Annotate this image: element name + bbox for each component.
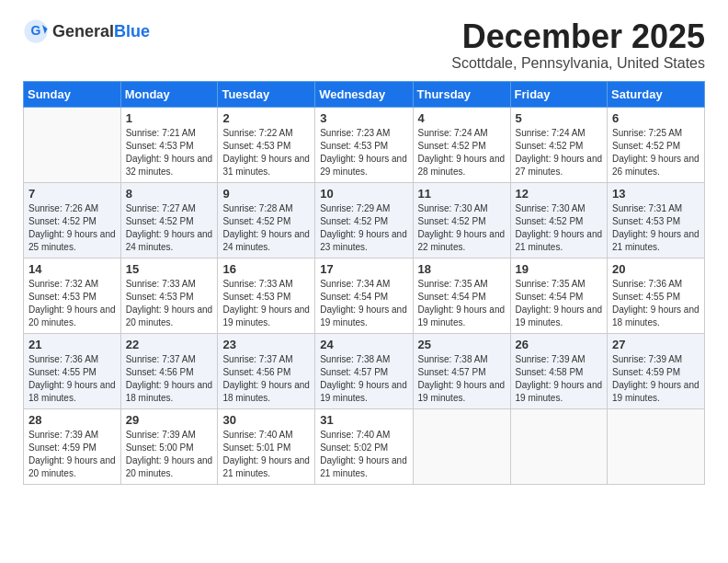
calendar-cell: 3Sunrise: 7:23 AMSunset: 4:53 PMDaylight… (315, 107, 413, 182)
day-info: Sunrise: 7:33 AMSunset: 4:53 PMDaylight:… (222, 278, 310, 329)
day-info: Sunrise: 7:40 AMSunset: 5:02 PMDaylight:… (320, 429, 407, 480)
day-number: 8 (126, 187, 213, 201)
calendar-cell (24, 107, 121, 182)
calendar-cell: 13Sunrise: 7:31 AMSunset: 4:53 PMDayligh… (608, 182, 705, 258)
calendar-cell: 9Sunrise: 7:28 AMSunset: 4:52 PMDaylight… (218, 182, 315, 258)
day-number: 20 (612, 262, 700, 276)
day-number: 31 (320, 413, 407, 427)
day-number: 3 (320, 111, 407, 125)
weekday-header-friday: Friday (510, 81, 608, 107)
calendar-cell: 12Sunrise: 7:30 AMSunset: 4:52 PMDayligh… (510, 182, 608, 258)
logo-blue: Blue (114, 22, 150, 41)
day-info: Sunrise: 7:27 AMSunset: 4:52 PMDaylight:… (126, 202, 213, 254)
weekday-header-sunday: Sunday (24, 81, 121, 107)
day-number: 7 (28, 187, 116, 201)
day-info: Sunrise: 7:39 AMSunset: 4:59 PMDaylight:… (28, 429, 116, 480)
weekday-header-tuesday: Tuesday (218, 81, 315, 107)
week-row-3: 14Sunrise: 7:32 AMSunset: 4:53 PMDayligh… (24, 258, 705, 333)
day-number: 23 (222, 338, 310, 351)
day-number: 2 (222, 111, 310, 125)
day-number: 6 (612, 111, 700, 125)
day-number: 14 (28, 262, 116, 276)
calendar-cell: 28Sunrise: 7:39 AMSunset: 4:59 PMDayligh… (24, 408, 121, 484)
day-number: 29 (126, 413, 213, 427)
day-info: Sunrise: 7:39 AMSunset: 4:58 PMDaylight:… (516, 353, 603, 405)
month-title: December 2025 (451, 18, 705, 55)
calendar-cell: 10Sunrise: 7:29 AMSunset: 4:52 PMDayligh… (315, 182, 413, 258)
svg-text:G: G (31, 23, 41, 38)
calendar-cell: 8Sunrise: 7:27 AMSunset: 4:52 PMDaylight… (120, 182, 218, 258)
day-info: Sunrise: 7:32 AMSunset: 4:53 PMDaylight:… (28, 278, 116, 329)
day-info: Sunrise: 7:37 AMSunset: 4:56 PMDaylight:… (222, 353, 310, 405)
day-info: Sunrise: 7:26 AMSunset: 4:52 PMDaylight:… (28, 202, 116, 254)
day-info: Sunrise: 7:28 AMSunset: 4:52 PMDaylight:… (222, 202, 310, 254)
day-number: 17 (320, 262, 407, 276)
day-info: Sunrise: 7:25 AMSunset: 4:52 PMDaylight:… (612, 127, 700, 178)
calendar-cell (413, 408, 510, 484)
calendar: SundayMondayTuesdayWednesdayThursdayFrid… (23, 81, 705, 485)
day-number: 27 (612, 338, 700, 351)
day-number: 25 (418, 338, 506, 351)
calendar-cell: 27Sunrise: 7:39 AMSunset: 4:59 PMDayligh… (608, 333, 705, 408)
logo: G GeneralBlue (23, 18, 150, 44)
day-number: 24 (320, 338, 407, 351)
week-row-4: 21Sunrise: 7:36 AMSunset: 4:55 PMDayligh… (24, 333, 705, 408)
day-number: 15 (126, 262, 213, 276)
calendar-cell: 5Sunrise: 7:24 AMSunset: 4:52 PMDaylight… (510, 107, 608, 182)
logo-text: GeneralBlue (52, 22, 150, 41)
day-number: 28 (28, 413, 116, 427)
day-info: Sunrise: 7:35 AMSunset: 4:54 PMDaylight:… (418, 278, 506, 329)
day-number: 10 (320, 187, 407, 201)
calendar-cell: 15Sunrise: 7:33 AMSunset: 4:53 PMDayligh… (120, 258, 218, 333)
day-info: Sunrise: 7:39 AMSunset: 4:59 PMDaylight:… (612, 353, 700, 405)
weekday-header-wednesday: Wednesday (315, 81, 413, 107)
header: G GeneralBlue December 2025 Scottdale, P… (23, 18, 705, 72)
calendar-cell: 25Sunrise: 7:38 AMSunset: 4:57 PMDayligh… (413, 333, 510, 408)
day-number: 1 (126, 111, 213, 125)
day-info: Sunrise: 7:30 AMSunset: 4:52 PMDaylight:… (418, 202, 506, 254)
day-number: 21 (28, 338, 116, 351)
day-info: Sunrise: 7:36 AMSunset: 4:55 PMDaylight:… (28, 353, 116, 405)
day-info: Sunrise: 7:38 AMSunset: 4:57 PMDaylight:… (320, 353, 407, 405)
weekday-header-row: SundayMondayTuesdayWednesdayThursdayFrid… (24, 81, 705, 107)
weekday-header-monday: Monday (120, 81, 218, 107)
day-info: Sunrise: 7:40 AMSunset: 5:01 PMDaylight:… (222, 429, 310, 480)
calendar-cell: 18Sunrise: 7:35 AMSunset: 4:54 PMDayligh… (413, 258, 510, 333)
calendar-cell: 24Sunrise: 7:38 AMSunset: 4:57 PMDayligh… (315, 333, 413, 408)
calendar-cell: 22Sunrise: 7:37 AMSunset: 4:56 PMDayligh… (120, 333, 218, 408)
calendar-cell: 29Sunrise: 7:39 AMSunset: 5:00 PMDayligh… (120, 408, 218, 484)
day-number: 12 (516, 187, 603, 201)
calendar-cell: 6Sunrise: 7:25 AMSunset: 4:52 PMDaylight… (608, 107, 705, 182)
day-info: Sunrise: 7:24 AMSunset: 4:52 PMDaylight:… (418, 127, 506, 178)
calendar-cell: 2Sunrise: 7:22 AMSunset: 4:53 PMDaylight… (218, 107, 315, 182)
title-section: December 2025 Scottdale, Pennsylvania, U… (451, 18, 705, 72)
week-row-2: 7Sunrise: 7:26 AMSunset: 4:52 PMDaylight… (24, 182, 705, 258)
day-number: 5 (516, 111, 603, 125)
calendar-cell: 31Sunrise: 7:40 AMSunset: 5:02 PMDayligh… (315, 408, 413, 484)
day-info: Sunrise: 7:21 AMSunset: 4:53 PMDaylight:… (126, 127, 213, 178)
calendar-cell: 16Sunrise: 7:33 AMSunset: 4:53 PMDayligh… (218, 258, 315, 333)
day-info: Sunrise: 7:34 AMSunset: 4:54 PMDaylight:… (320, 278, 407, 329)
day-info: Sunrise: 7:35 AMSunset: 4:54 PMDaylight:… (516, 278, 603, 329)
calendar-cell: 21Sunrise: 7:36 AMSunset: 4:55 PMDayligh… (24, 333, 121, 408)
calendar-cell (510, 408, 608, 484)
day-info: Sunrise: 7:38 AMSunset: 4:57 PMDaylight:… (418, 353, 506, 405)
day-info: Sunrise: 7:31 AMSunset: 4:53 PMDaylight:… (612, 202, 700, 254)
weekday-header-saturday: Saturday (608, 81, 705, 107)
calendar-cell: 14Sunrise: 7:32 AMSunset: 4:53 PMDayligh… (24, 258, 121, 333)
day-number: 18 (418, 262, 506, 276)
day-number: 9 (222, 187, 310, 201)
day-number: 11 (418, 187, 506, 201)
calendar-cell: 11Sunrise: 7:30 AMSunset: 4:52 PMDayligh… (413, 182, 510, 258)
calendar-cell: 23Sunrise: 7:37 AMSunset: 4:56 PMDayligh… (218, 333, 315, 408)
calendar-cell: 30Sunrise: 7:40 AMSunset: 5:01 PMDayligh… (218, 408, 315, 484)
day-number: 4 (418, 111, 506, 125)
week-row-5: 28Sunrise: 7:39 AMSunset: 4:59 PMDayligh… (24, 408, 705, 484)
calendar-cell: 19Sunrise: 7:35 AMSunset: 4:54 PMDayligh… (510, 258, 608, 333)
day-number: 19 (516, 262, 603, 276)
day-info: Sunrise: 7:33 AMSunset: 4:53 PMDaylight:… (126, 278, 213, 329)
day-info: Sunrise: 7:36 AMSunset: 4:55 PMDaylight:… (612, 278, 700, 329)
logo-general: General (52, 22, 114, 41)
weekday-header-thursday: Thursday (413, 81, 510, 107)
calendar-cell: 20Sunrise: 7:36 AMSunset: 4:55 PMDayligh… (608, 258, 705, 333)
